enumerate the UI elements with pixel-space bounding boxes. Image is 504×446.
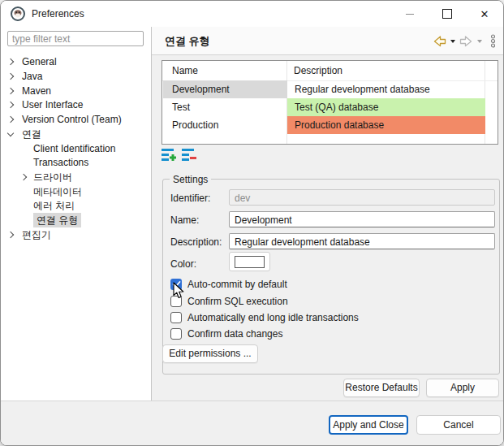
checkbox-row-confirm-data-changes[interactable]: Confirm data changes	[170, 327, 282, 340]
sidebar-item-user-interface[interactable]: User Interface	[1, 97, 150, 112]
sidebar-item-java[interactable]: Java	[1, 69, 150, 84]
dialog-button-bar: Apply and Close Cancel	[1, 401, 503, 445]
table-toolbar	[162, 148, 197, 162]
preferences-tree: General Java Maven User Interface Versio…	[1, 54, 150, 401]
name-field[interactable]: Development	[229, 211, 495, 227]
cell-description[interactable]: Test (QA) database	[287, 98, 485, 116]
checkbox-unchecked-icon[interactable]	[170, 328, 182, 340]
chevron-right-icon[interactable]	[7, 102, 14, 108]
column-header-name[interactable]: Name	[172, 61, 198, 80]
checkbox-unchecked-icon[interactable]	[170, 312, 182, 323]
chevron-right-icon[interactable]	[7, 88, 14, 94]
color-label: Color:	[170, 258, 196, 270]
column-header-description[interactable]: Description	[294, 61, 342, 80]
remove-list-item-icon	[182, 148, 197, 162]
forward-arrow-icon[interactable]	[459, 36, 473, 47]
apply-and-close-button[interactable]: Apply and Close	[329, 415, 408, 435]
back-history-caret-icon[interactable]	[450, 40, 455, 43]
checkbox-row-confirm-sql[interactable]: Confirm SQL execution	[170, 295, 288, 308]
checkbox-unchecked-icon[interactable]	[170, 296, 182, 307]
cell-description[interactable]: Production database	[287, 116, 485, 134]
checkbox-checked-icon[interactable]	[170, 279, 182, 290]
chevron-right-icon[interactable]	[7, 58, 14, 65]
remove-connection-type-button[interactable]	[182, 148, 197, 162]
sidebar-item-metadata[interactable]: 메타데이터	[1, 184, 150, 199]
cell-description[interactable]: Regular development database	[287, 80, 485, 98]
identifier-label: Identifier:	[170, 193, 210, 204]
maximize-button[interactable]	[429, 1, 466, 27]
chevron-right-icon[interactable]	[7, 73, 14, 80]
table-row[interactable]: Production Production database	[163, 116, 497, 134]
view-menu-icon[interactable]	[489, 34, 497, 48]
chevron-right-icon[interactable]	[20, 174, 27, 180]
checkbox-row-end-idle-transactions[interactable]: Automatically end long idle transactions	[170, 311, 359, 324]
name-label: Name:	[170, 214, 199, 226]
chevron-right-icon[interactable]	[7, 232, 14, 238]
color-swatch	[235, 256, 265, 268]
sidebar-item-maven[interactable]: Maven	[1, 84, 150, 98]
nav-toolbar	[433, 34, 497, 48]
sidebar-item-connection[interactable]: 연결	[1, 127, 150, 141]
identifier-field: dev	[229, 189, 495, 206]
minimize-icon	[406, 14, 414, 15]
sidebar-item-general[interactable]: General	[1, 54, 150, 69]
sidebar-item-drivers[interactable]: 드라이버	[1, 170, 150, 184]
settings-group-label: Settings	[170, 174, 211, 185]
minimize-button[interactable]	[391, 1, 429, 27]
page-title: 연결 유형	[165, 34, 210, 49]
page-content: 연결 유형 Name	[152, 27, 503, 401]
description-field[interactable]: Regular development database	[229, 233, 495, 249]
title-bar: Preferences ✕	[1, 1, 503, 27]
add-list-item-icon	[162, 148, 177, 162]
add-connection-type-button[interactable]	[162, 148, 177, 162]
checkbox-label: Automatically end long idle transactions	[187, 312, 359, 323]
chevron-down-icon[interactable]	[7, 130, 14, 136]
cell-name[interactable]: Production	[163, 116, 287, 134]
close-button[interactable]: ✕	[466, 1, 503, 27]
forward-history-caret-icon[interactable]	[477, 40, 482, 43]
sidebar: General Java Maven User Interface Versio…	[1, 27, 152, 401]
checkbox-label: Confirm SQL execution	[187, 296, 288, 307]
checkbox-label: Confirm data changes	[187, 328, 282, 340]
restore-defaults-button[interactable]: Restore Defaults	[343, 379, 420, 397]
table-row[interactable]: Test Test (QA) database	[163, 98, 497, 116]
table-header: Name Description	[162, 61, 498, 81]
cell-name[interactable]: Development	[163, 80, 287, 98]
connection-types-table: Name Description Development Regular dev…	[162, 60, 498, 145]
table-row[interactable]: Development Regular development database	[163, 80, 497, 98]
edit-permissions-button[interactable]: Edit permissions ...	[162, 344, 258, 363]
chevron-right-icon[interactable]	[7, 116, 14, 123]
sidebar-item-error-handling[interactable]: 에러 처리	[1, 198, 150, 213]
sidebar-item-version-control[interactable]: Version Control (Team)	[1, 112, 150, 127]
sidebar-item-editors[interactable]: 편집기	[1, 227, 150, 242]
sidebar-item-client-identification[interactable]: Client Identification	[1, 141, 150, 156]
color-picker-button[interactable]	[229, 252, 270, 271]
cell-name[interactable]: Test	[163, 98, 287, 116]
filter-input[interactable]	[7, 31, 144, 46]
sidebar-item-connection-types[interactable]: 연결 유형	[1, 213, 150, 227]
close-icon: ✕	[480, 9, 489, 19]
back-arrow-icon[interactable]	[433, 36, 446, 47]
checkbox-row-autocommit[interactable]: Auto-commit by default	[170, 278, 287, 291]
page-header: 연결 유형	[152, 27, 503, 55]
apply-button[interactable]: Apply	[426, 379, 499, 397]
settings-group: Settings Identifier: dev Name: Developme…	[162, 179, 500, 375]
sidebar-item-transactions[interactable]: Transactions	[1, 155, 150, 170]
checkbox-label: Auto-commit by default	[187, 279, 287, 290]
app-icon	[11, 6, 25, 21]
preferences-dialog: Preferences ✕ General Java Maven User In…	[0, 0, 504, 446]
window-title: Preferences	[32, 8, 84, 19]
maximize-icon	[442, 9, 452, 19]
description-label: Description:	[170, 236, 222, 248]
cancel-button[interactable]: Cancel	[416, 415, 501, 435]
